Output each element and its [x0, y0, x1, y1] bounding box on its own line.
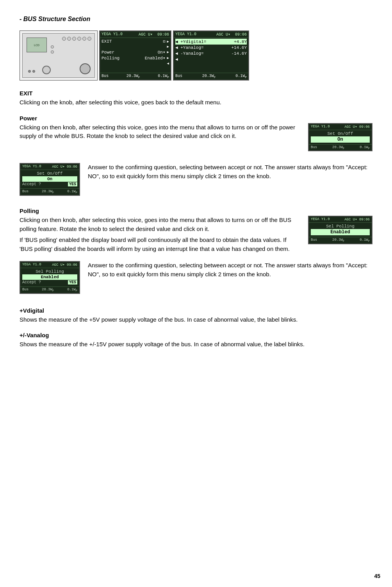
power-confirm-area: YEGA Y1.0 AGC U▾ 09:06 Set On/Off On Acc… — [20, 163, 372, 200]
vanalog-pos-row: ◀ +Yanalog= +14.6Y — [175, 45, 247, 50]
exit-row: EXIT ⊡▶ — [102, 39, 169, 44]
polling-right-title: Sel Polling — [311, 224, 370, 229]
page-number: 45 — [374, 573, 380, 579]
values-screen-header: YEGA Y1.0 AGC U▾ 09:06 — [174, 31, 248, 38]
polling-confirm-footer: Bus 20.3WF 0.1WP — [20, 286, 79, 293]
polling-right-value: Enabled — [311, 229, 370, 235]
power-right-footer: Bus 20.3WF 0.1WP — [309, 144, 372, 151]
section-title: - BUS Structure Section — [20, 16, 372, 23]
empty-row-2: ◀ — [102, 61, 169, 66]
vanalog-heading: +/-Vanalog — [20, 332, 372, 338]
polling-confirm-enabled: Enabled — [22, 274, 77, 280]
values-brand: YEGA Y1.0 — [175, 32, 196, 37]
polling-screen-right: YEGA Y1.0 AGC U▾ 09:06 Sel Polling Enabl… — [308, 216, 372, 244]
polling-section: Polling YEGA Y1.0 AGC U▾ 09:06 Sel Polli… — [20, 208, 372, 253]
screen-footer-1: Bus 20.3WF 0.1WP — [100, 73, 171, 80]
polling-right-header: YEGA Y1.0 AGC U▾ 09:06 — [309, 217, 372, 223]
power-right-title: Set On/Off — [311, 131, 370, 136]
power-confirm-on: On — [22, 176, 77, 182]
top-screens-row: LCD — [20, 30, 372, 81]
polling-accept-row: Accept ? YES — [22, 280, 77, 285]
power-confirm-footer: Bus 20.3WF 0.1WP — [20, 188, 79, 195]
power-screen-right: YEGA Y1.0 AGC U▾ 09:06 Set On/Off On Bus… — [308, 123, 372, 152]
power-right-value: On — [311, 136, 370, 143]
vdigital-section: +Vdigital Shows the measure of the +5V p… — [20, 307, 372, 324]
vdigital-text: Shows the measure of the +5V power suppl… — [20, 315, 372, 324]
vanalog-neg-row: ◀ -Yanalog= -14.6Y — [175, 50, 247, 56]
values-time: AGC U▾ 09:06 — [216, 32, 247, 37]
polling-row: Polling Enabled▾▶ — [102, 55, 169, 61]
polling-confirm-screen: YEGA Y1.0 AGC U▾ 09:06 Sel Polling Enabl… — [20, 261, 80, 294]
power-right-header: YEGA Y1.0 AGC U▾ 09:06 — [309, 124, 372, 130]
exit-heading: EXIT — [20, 90, 372, 97]
vanalog-section: +/-Vanalog Shows the measure of the +/-1… — [20, 332, 372, 349]
main-menu-screen: YEGA Y1.0 AGC U▾ 09:06 EXIT ⊡▶ ▶ Power O… — [99, 30, 171, 81]
vdigital-heading: +Vdigital — [20, 307, 372, 314]
icons-time: AGC U▾ 09:06 — [139, 32, 169, 37]
values-screen: YEGA Y1.0 AGC U▾ 09:06 ◀ +Ydigital= +4.8… — [173, 30, 249, 81]
empty-val-row: ◀ — [175, 56, 247, 62]
device-image: LCD — [20, 30, 98, 81]
values-footer: Bus 20.3WF 0.1WP — [174, 73, 248, 80]
brand-label: YEGA Y1.0 — [102, 32, 123, 37]
power-accept-row: Accept ? YES — [22, 182, 77, 187]
polling-right-footer: Bus 20.3WF 0.1WP — [309, 237, 372, 243]
polling-confirm-area: YEGA Y1.0 AGC U▾ 09:06 Sel Polling Enabl… — [20, 261, 372, 298]
vanalog-text: Shows the measure of the +/-15V power su… — [20, 340, 372, 349]
polling-confirm-title: Sel Polling — [22, 269, 77, 274]
polling-heading: Polling — [20, 208, 372, 214]
vdigital-row: ◀ +Ydigital= +4.8Y — [175, 39, 247, 45]
exit-text: Clicking on the knob, after selecting th… — [20, 98, 372, 107]
polling-confirm-header: YEGA Y1.0 AGC U▾ 09:06 — [20, 262, 79, 268]
empty-row-1: ▶ — [102, 44, 169, 49]
power-confirm-screen: YEGA Y1.0 AGC U▾ 09:06 Set On/Off On Acc… — [20, 163, 80, 196]
screen-header-1: YEGA Y1.0 AGC U▾ 09:06 — [100, 31, 171, 38]
power-confirm-header: YEGA Y1.0 AGC U▾ 09:06 — [20, 164, 79, 170]
power-row: Power On▾▶ — [102, 49, 169, 55]
power-heading: Power — [20, 115, 372, 122]
power-confirm-title: Set On/Off — [22, 171, 77, 176]
exit-section: EXIT Clicking on the knob, after selecti… — [20, 90, 372, 107]
power-section: Power YEGA Y1.0 AGC U▾ 09:06 Set On/Off … — [20, 115, 372, 156]
